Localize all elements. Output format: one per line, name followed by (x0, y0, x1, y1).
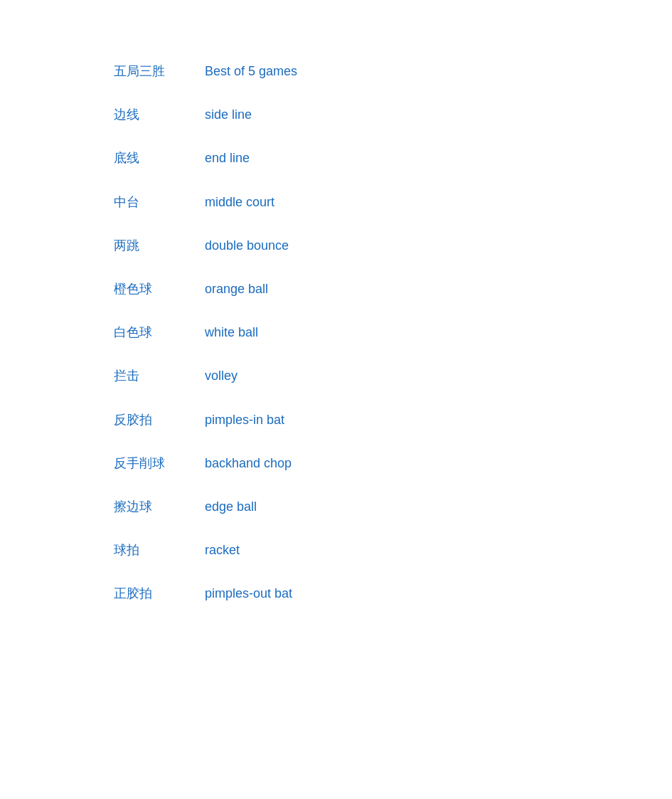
chinese-term: 正胶拍 (114, 585, 199, 603)
vocab-item: 五局三胜Best of 5 games (114, 50, 558, 93)
english-term: racket (205, 541, 240, 559)
vocab-item: 边线side line (114, 93, 558, 137)
vocab-item: 底线end line (114, 137, 558, 180)
english-term: pimples-in bat (205, 411, 284, 429)
chinese-term: 橙色球 (114, 280, 199, 298)
vocab-item: 反胶拍pimples-in bat (114, 398, 558, 442)
english-term: orange ball (205, 280, 268, 298)
chinese-term: 球拍 (114, 541, 199, 559)
chinese-term: 中台 (114, 194, 199, 211)
vocab-item: 橙色球orange ball (114, 268, 558, 311)
english-term: end line (205, 149, 250, 167)
chinese-term: 反手削球 (114, 455, 199, 472)
vocab-item: 中台middle court (114, 181, 558, 224)
english-term: Best of 5 games (205, 63, 297, 80)
vocabulary-list: 五局三胜Best of 5 games边线side line底线end line… (114, 50, 558, 615)
english-term: volley (205, 367, 238, 385)
vocab-item: 擦边球edge ball (114, 485, 558, 529)
chinese-term: 两跳 (114, 237, 199, 255)
english-term: white ball (205, 324, 258, 342)
vocab-item: 白色球white ball (114, 311, 558, 354)
vocab-item: 两跳double bounce (114, 224, 558, 268)
english-term: backhand chop (205, 455, 292, 472)
vocab-item: 反手削球backhand chop (114, 442, 558, 485)
chinese-term: 白色球 (114, 324, 199, 342)
vocab-item: 拦击volley (114, 354, 558, 398)
chinese-term: 擦边球 (114, 498, 199, 516)
english-term: edge ball (205, 498, 257, 516)
english-term: side line (205, 106, 252, 124)
chinese-term: 边线 (114, 106, 199, 124)
vocab-item: 正胶拍pimples-out bat (114, 572, 558, 615)
chinese-term: 底线 (114, 149, 199, 167)
vocab-item: 球拍racket (114, 529, 558, 572)
english-term: double bounce (205, 237, 289, 255)
chinese-term: 五局三胜 (114, 63, 199, 80)
english-term: pimples-out bat (205, 585, 292, 603)
chinese-term: 反胶拍 (114, 411, 199, 429)
english-term: middle court (205, 194, 274, 211)
chinese-term: 拦击 (114, 367, 199, 385)
